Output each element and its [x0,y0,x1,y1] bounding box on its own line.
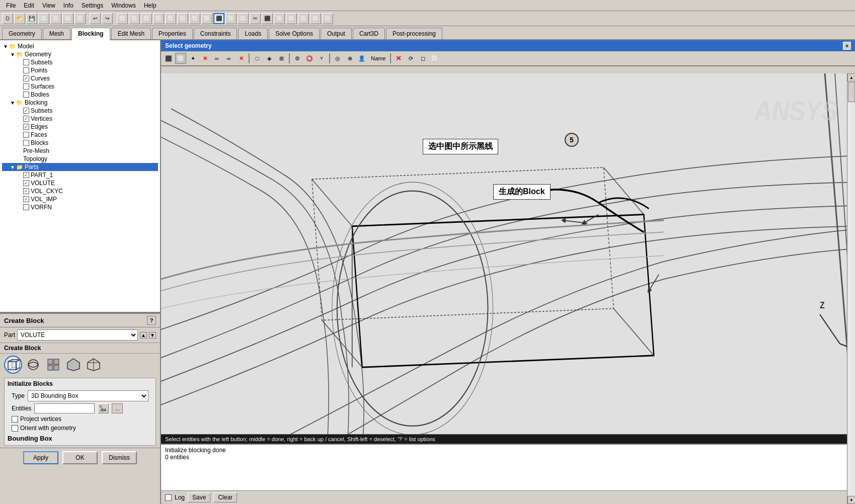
toolbar-btn26[interactable]: ⬜ [310,13,321,24]
dlg-btn10[interactable]: ⊞ [276,53,287,64]
scroll-up-btn[interactable]: ▲ [140,332,147,339]
toolbar-btn5[interactable]: ⬜ [50,13,61,24]
dlg-btn19[interactable]: ◻ [417,53,428,64]
tab-properties[interactable]: Properties [152,28,193,39]
checkbox-points[interactable] [23,67,29,73]
scroll-thumb[interactable] [848,82,855,102]
tree-item-model[interactable]: ▼ 📁 Model [2,42,158,50]
entities-dots-btn[interactable]: ... [112,403,123,413]
dlg-btn12[interactable]: ⭕ [304,53,315,64]
menu-help[interactable]: Help [140,1,161,10]
tree-item-vol-imp[interactable]: VOL_IMP [2,195,158,203]
dlg-btn6[interactable]: ∞ [223,53,235,64]
dlg-btn1[interactable]: ⬛ [163,53,174,64]
toolbar-btn21[interactable]: ✂ [250,13,261,24]
tab-edit-mesh[interactable]: Edit Mesh [111,28,151,39]
block-type-2d-btn[interactable] [24,356,42,374]
tree-item-part1[interactable]: PART_1 [2,171,158,179]
tree-item-pre-mesh[interactable]: Pre-Mesh [2,147,158,155]
tree-item-volute[interactable]: VOLUTE [2,179,158,187]
tree-item-bl-subsets[interactable]: Subsets [2,107,158,115]
tab-blocking[interactable]: Blocking [71,28,110,40]
checkbox-vertices[interactable] [23,116,29,122]
menu-file[interactable]: File [2,1,20,10]
checkbox-part1[interactable] [23,172,29,178]
toolbar-btn16[interactable]: ⬜ [189,13,200,24]
block-type-3d-btn[interactable] [4,356,22,374]
checkbox-vorfn[interactable] [23,204,29,210]
dlg-btn9[interactable]: ◈ [264,53,275,64]
toolbar-btn7[interactable]: ⬜ [74,13,86,24]
toolbar-btn25[interactable]: ⬜ [298,13,309,24]
dlg-btn14[interactable]: ◎ [332,53,343,64]
dialog-close-btn[interactable]: × [843,42,851,50]
tab-loads[interactable]: Loads [238,28,268,39]
ok-button[interactable]: OK [62,451,98,464]
toolbar-open[interactable]: 📂 [14,13,25,24]
tab-geometry[interactable]: Geometry [2,28,42,39]
expander-blocking[interactable]: ▼ [9,99,16,106]
toolbar-btn13[interactable]: ⬜ [153,13,164,24]
menu-view[interactable]: View [38,1,59,10]
menu-windows[interactable]: Windows [107,1,140,10]
tab-cart3d[interactable]: Cart3D [353,28,385,39]
entities-pick-btn[interactable] [98,403,109,413]
tree-item-geometry[interactable]: ▼ 📁 Geometry [2,50,158,58]
dlg-btn8[interactable]: □ [252,53,263,64]
viewport[interactable]: .curve-line { fill: none; stroke-width: … [161,73,855,444]
toolbar-btn23[interactable]: ⬜ [274,13,285,24]
checkbox-faces[interactable] [23,132,29,138]
toolbar-btn27[interactable]: ⬜ [322,13,333,24]
checkbox-blocks[interactable] [23,140,29,146]
tree-item-vertices[interactable]: Vertices [2,115,158,123]
checkbox-subsets[interactable] [23,59,29,65]
toolbar-btn10[interactable]: ⬜ [117,13,128,24]
tab-mesh[interactable]: Mesh [43,28,70,39]
scroll-up-btn[interactable]: ▲ [847,73,855,81]
checkbox-surfaces[interactable] [23,83,29,90]
toolbar-btn15[interactable]: ⬜ [177,13,188,24]
project-vertices-checkbox[interactable] [12,416,18,423]
tree-item-vol-ckyc[interactable]: VOL_CKYC [2,187,158,195]
menu-info[interactable]: Info [59,1,77,10]
checkbox-bl-subsets[interactable] [23,108,29,114]
scroll-down-btn[interactable]: ▼ [847,496,855,504]
tab-solve-options[interactable]: Solve Options [269,28,320,39]
expander-model[interactable]: ▼ [2,43,9,50]
toolbar-btn17[interactable]: ⬜ [201,13,212,24]
dlg-btn16[interactable]: 👤 [356,53,367,64]
toolbar-3dview[interactable]: ⬛ [213,13,224,24]
tree-item-topology[interactable]: Topology [2,155,158,163]
toolbar-btn14[interactable]: ⬜ [165,13,176,24]
part-select[interactable]: VOLUTE PART_1 VOL_CKYC VOL_IMP VORFN [17,329,138,341]
tab-output[interactable]: Output [321,28,352,39]
toolbar-new[interactable]: 🗋 [2,13,13,24]
toolbar-btn4[interactable]: ⬜ [38,13,49,24]
toolbar-redo[interactable]: ↪ [102,13,113,24]
dlg-btn11[interactable]: ⚙ [292,53,303,64]
expander-parts[interactable]: ▼ [9,163,16,171]
toolbar-btn11[interactable]: ⬜ [129,13,140,24]
dismiss-button[interactable]: Dismiss [102,451,137,464]
tree-item-points[interactable]: Points [2,66,158,74]
dlg-btn5[interactable]: ∞ [211,53,222,64]
checkbox-vol-imp[interactable] [23,196,29,202]
tree-item-subsets[interactable]: Subsets [2,58,158,66]
menu-edit[interactable]: Edit [20,1,38,10]
toolbar-btn24[interactable]: ⬜ [286,13,297,24]
apply-button[interactable]: Apply [23,451,58,464]
toolbar-btn12[interactable]: ⬜ [141,13,152,24]
tree-item-edges[interactable]: Edges [2,123,158,131]
checkbox-volute[interactable] [23,180,29,186]
expander-geometry[interactable]: ▼ [9,51,16,58]
tree-item-vorfn[interactable]: VORFN [2,203,158,211]
checkbox-bodies[interactable] [23,92,29,98]
tree-item-parts[interactable]: ▼ 📁 Parts [2,163,158,171]
tab-constraints[interactable]: Constraints [194,28,238,39]
toolbar-undo[interactable]: ↩ [90,13,101,24]
save-button[interactable]: Save [188,492,210,502]
dlg-btn-red-x[interactable]: ✕ [393,53,404,64]
tab-postprocessing[interactable]: Post-processing [386,28,442,39]
right-scrollbar[interactable]: ▲ ▼ [847,73,855,504]
tree-item-blocks[interactable]: Blocks [2,139,158,147]
